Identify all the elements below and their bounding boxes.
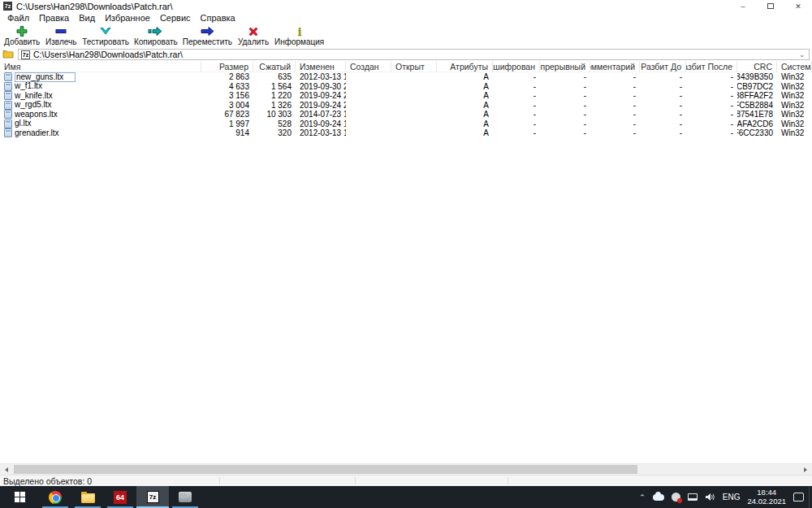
file-type-icon (4, 91, 12, 100)
file-row-grenadier.ltx[interactable]: grenadier.ltx9143202012-03-13 16:23A----… (0, 128, 812, 138)
file-type-icon (4, 82, 12, 91)
column-header-modified[interactable]: Изменен (296, 61, 346, 72)
delete-label: Удалить (238, 37, 269, 46)
menu-item-file[interactable]: Файл (2, 13, 34, 23)
column-header-encrypted[interactable]: Зашифрован (493, 61, 540, 72)
move-button[interactable]: Переместить (180, 25, 235, 46)
file-cell-name: new_guns.ltx (0, 72, 201, 82)
address-combobox[interactable]: 7z C:\Users\Han298\Downloads\Patch.rar\ … (18, 49, 810, 60)
file-cell-solid: - (540, 101, 590, 110)
file-cell-packed: 1 564 (253, 82, 296, 91)
file-cell-comment: - (590, 110, 640, 119)
taskbar-apps: 647z (0, 486, 201, 508)
archive-file-icon: 7z (21, 50, 30, 59)
plus-icon (15, 25, 28, 37)
file-cell-size: 2 863 (201, 72, 253, 81)
scroll-right-arrow-icon[interactable] (799, 464, 812, 475)
column-header-packed[interactable]: Сжатый (253, 61, 296, 72)
start-button[interactable] (0, 486, 39, 508)
file-cell-split_after: - (686, 128, 737, 137)
file-row-weapons.ltx[interactable]: weapons.ltx67 82310 3032014-07-23 19:25A… (0, 110, 812, 119)
file-row-w_knife.ltx[interactable]: w_knife.ltx3 1561 2202019-09-24 22:14A--… (0, 91, 812, 101)
column-header-name[interactable]: Имя (0, 61, 201, 72)
desktop-screen: 7z C:\Users\Han298\Downloads\Patch.rar\ … (0, 0, 812, 508)
address-path: C:\Users\Han298\Downloads\Patch.rar\ (33, 50, 183, 59)
clock-date: 24.02.2021 (747, 497, 786, 506)
aida64-icon: 64 (114, 491, 127, 504)
language-indicator[interactable]: ENG (723, 493, 741, 501)
scrollbar-thumb[interactable] (14, 465, 637, 474)
test-button[interactable]: Тестировать (80, 25, 132, 46)
file-cell-crc: B439B350 (737, 72, 777, 81)
speaker-icon[interactable] (705, 493, 715, 501)
menu-item-view[interactable]: Вид (74, 13, 100, 23)
column-header-opened[interactable]: Открыт (391, 61, 437, 72)
tray-expand-icon[interactable]: ⌃ (639, 493, 646, 501)
close-button[interactable]: ✕ (784, 0, 812, 12)
file-cell-attrs: A (437, 110, 493, 119)
column-header-size[interactable]: Размер (201, 61, 253, 72)
file-cell-modified: 2014-07-23 19:25 (296, 110, 346, 119)
menu-item-help[interactable]: Справка (196, 13, 240, 23)
column-header-comment[interactable]: Комментарий (590, 61, 640, 72)
file-cell-encrypted: - (493, 72, 540, 81)
onedrive-cloud-icon[interactable] (653, 494, 664, 501)
taskbar-app-chrome[interactable] (39, 486, 71, 508)
file-cell-comment: - (590, 119, 640, 128)
taskbar-app-explorer[interactable] (71, 486, 104, 508)
file-row-new_guns.ltx[interactable]: new_guns.ltx2 8636352012-03-13 16:28A---… (0, 72, 812, 82)
column-header-attrs[interactable]: Атрибуты (437, 61, 493, 72)
menu-item-favorites[interactable]: Избранное (100, 13, 155, 23)
file-name: new_guns.ltx (15, 72, 76, 82)
maximize-button[interactable] (757, 0, 784, 12)
minimize-button[interactable]: – (729, 0, 757, 12)
add-label: Добавить (4, 37, 40, 46)
add-button[interactable]: Добавить (2, 25, 42, 46)
copy-label: Копировать (134, 37, 178, 46)
move-label: Переместить (183, 37, 232, 46)
extract-button[interactable]: Извлечь (42, 25, 80, 46)
show-desktop-button[interactable] (809, 486, 812, 508)
column-header-system[interactable]: Система (777, 61, 812, 72)
menu-item-tools[interactable]: Сервис (155, 13, 196, 23)
file-type-icon (4, 119, 12, 128)
action-center-icon[interactable] (793, 493, 804, 501)
file-cell-encrypted: - (493, 128, 540, 137)
network-icon[interactable] (688, 493, 698, 501)
taskbar-app-aida64[interactable]: 64 (104, 486, 136, 508)
file-row-w_f1.ltx[interactable]: w_f1.ltx4 6331 5642019-09-30 21:31A-----… (0, 82, 812, 92)
scroll-left-arrow-icon[interactable] (0, 464, 13, 475)
file-cell-split_after: - (686, 82, 737, 91)
file-cell-system: Win32 (777, 119, 812, 128)
chrome-icon (49, 491, 62, 504)
file-row-w_rgd5.ltx[interactable]: w_rgd5.ltx3 0041 3262019-09-24 22:14A---… (0, 101, 812, 111)
address-dropdown-icon[interactable]: ⌄ (799, 51, 806, 59)
column-header-crc[interactable]: CRC (737, 61, 777, 72)
menu-bar: ФайлПравкаВидИзбранноеСервисСправка (0, 12, 812, 24)
column-header-split_before[interactable]: Разбит До (640, 61, 686, 72)
column-header-solid[interactable]: Непрерывный (540, 61, 590, 72)
status-separator (508, 477, 508, 484)
file-cell-solid: - (540, 110, 590, 119)
copy-button[interactable]: Копировать (132, 25, 180, 46)
file-row-gl.ltx[interactable]: gl.ltx1 9975282019-09-24 16:15A-----FAFA… (0, 119, 812, 129)
menu-item-edit[interactable]: Правка (34, 13, 74, 23)
file-cell-system: Win32 (777, 110, 812, 119)
horizontal-scrollbar[interactable] (0, 463, 812, 475)
file-name: w_knife.ltx (15, 92, 53, 100)
folder-up-icon[interactable] (2, 47, 14, 62)
delete-button[interactable]: Удалить (235, 25, 272, 46)
file-cell-split_before: - (640, 119, 686, 128)
file-name: grenadier.ltx (15, 129, 58, 137)
messenger-app-icon (179, 492, 192, 502)
file-type-icon (4, 110, 12, 119)
column-header-split_after[interactable]: Разбит После (686, 61, 737, 72)
info-button[interactable]: iИнформация (272, 25, 326, 46)
column-header-created[interactable]: Создан (346, 61, 391, 72)
file-cell-name: w_rgd5.ltx (0, 101, 201, 110)
taskbar-clock[interactable]: 18:44 24.02.2021 (747, 488, 786, 506)
taskbar-app-messenger[interactable] (169, 486, 201, 508)
tray-app-badge-icon[interactable] (672, 493, 680, 501)
taskbar-app-7zip[interactable]: 7z (136, 486, 169, 508)
file-cell-name: weapons.ltx (0, 110, 201, 119)
